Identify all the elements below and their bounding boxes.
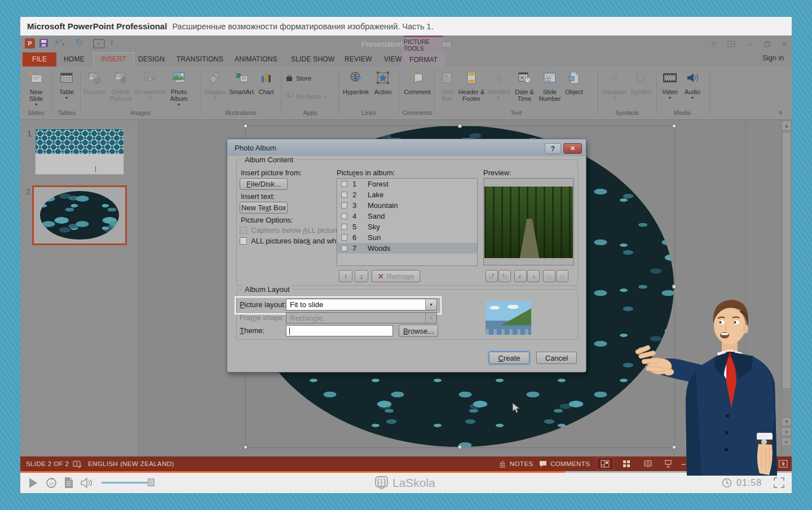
smartart-button[interactable]: SmartArt xyxy=(227,68,256,95)
slide2-number: 2 xyxy=(26,187,30,196)
hyperlink-button[interactable]: Hyperlink xyxy=(341,68,371,95)
volume-slider-thumb[interactable] xyxy=(148,478,155,486)
next-slide-button[interactable]: » xyxy=(782,437,792,446)
svg-text:10: 10 xyxy=(49,481,54,486)
handle-bottom-center[interactable] xyxy=(458,445,462,449)
file-disk-button[interactable]: File/Disk... xyxy=(240,178,288,190)
slide2-thumbnail[interactable] xyxy=(32,185,127,245)
handle-top-left[interactable] xyxy=(244,124,248,128)
slide-number-button[interactable]: # Slide Number xyxy=(537,68,563,102)
dialog-title-bar[interactable]: Photo Album xyxy=(227,139,586,156)
picture-layout-combo[interactable]: Fit to slide ▼ xyxy=(286,299,437,311)
rotate-right-button: ↻ xyxy=(498,270,511,282)
rewind-10-button[interactable]: 10 xyxy=(45,477,58,491)
brightness-up-icon: ☼ xyxy=(546,272,553,281)
store-button[interactable]: Store xyxy=(285,72,335,85)
item-checkbox[interactable] xyxy=(341,192,347,198)
list-item[interactable]: 6Sun xyxy=(337,232,477,243)
lecture-notes-button[interactable] xyxy=(64,477,73,491)
slide1-thumbnail[interactable] xyxy=(35,128,124,175)
item-checkbox[interactable] xyxy=(341,234,347,241)
collapse-ribbon-icon[interactable]: ∧ xyxy=(778,109,783,116)
combo-arrow-icon[interactable]: ▼ xyxy=(425,299,436,310)
item-checkbox[interactable] xyxy=(341,202,347,209)
double-chevron-up-icon: » xyxy=(784,430,790,433)
object-button[interactable]: Object xyxy=(563,68,585,95)
item-checkbox[interactable] xyxy=(341,224,347,230)
pictures-listbox[interactable]: 1Forest 2Lake 3Mountain 4Sand 5Sky 6Sun … xyxy=(337,178,478,266)
handle-top-right[interactable] xyxy=(672,124,676,128)
sign-in-link[interactable]: Sign in xyxy=(762,54,784,62)
fullscreen-button[interactable] xyxy=(774,477,784,490)
brightness-down-button: ☼ xyxy=(556,270,568,282)
table-button[interactable]: Table xyxy=(55,68,78,100)
tab-transitions[interactable]: TRANSITIONS xyxy=(169,52,231,66)
list-item[interactable]: 4Sand xyxy=(337,211,477,221)
theme-input[interactable] xyxy=(286,325,393,336)
minimize-icon[interactable]: – xyxy=(742,38,757,50)
ribbon-group-symbols: π Equation Ω Symbol Symbols xyxy=(600,68,654,118)
tab-file[interactable]: FILE xyxy=(23,52,56,66)
comment-button[interactable]: Comment xyxy=(401,68,434,95)
item-checkbox[interactable] xyxy=(341,213,347,219)
comments-button[interactable]: COMMENTS xyxy=(539,456,590,471)
comment-icon xyxy=(410,69,425,87)
dialog-close-button[interactable]: ✕ xyxy=(563,143,582,154)
notes-button[interactable]: NOTES xyxy=(498,456,533,471)
contrast-up-button: ◐ xyxy=(514,270,527,282)
video-button[interactable]: Video xyxy=(659,68,681,100)
handle-bottom-left[interactable] xyxy=(244,445,248,449)
action-button[interactable]: Action xyxy=(371,68,395,95)
handle-mid-right[interactable] xyxy=(672,285,676,289)
tab-view[interactable]: VIEW xyxy=(377,52,409,66)
contrast-down-icon: ◑ xyxy=(531,272,536,281)
previous-slide-button[interactable]: » xyxy=(782,427,792,436)
dialog-help-button[interactable]: ? xyxy=(545,143,561,154)
close-icon[interactable]: ✕ xyxy=(777,38,792,50)
list-item[interactable]: 5Sky xyxy=(337,221,477,232)
language-indicator[interactable]: ENGLISH (NEW ZEALAND) xyxy=(88,456,174,471)
tab-review[interactable]: REVIEW xyxy=(337,52,379,66)
list-item[interactable]: 3Mountain xyxy=(337,200,477,211)
restore-icon[interactable] xyxy=(760,38,775,50)
item-checkbox[interactable] xyxy=(341,181,347,187)
audio-button[interactable]: Audio xyxy=(681,68,704,100)
browse-button[interactable]: Browse... xyxy=(399,325,438,337)
cancel-button[interactable]: Cancel xyxy=(536,352,577,364)
svg-text:A: A xyxy=(444,73,448,78)
tab-slide-show[interactable]: SLIDE SHOW xyxy=(284,52,342,66)
scroll-down-button[interactable]: ▼ xyxy=(782,417,792,426)
new-slide-button[interactable]: New Slide xyxy=(23,68,50,107)
list-item[interactable]: 2Lake xyxy=(337,189,477,200)
tab-insert[interactable]: INSERT xyxy=(93,52,134,66)
volume-button[interactable] xyxy=(80,477,94,491)
ribbon-display-options-icon[interactable] xyxy=(724,38,739,50)
handle-top-center[interactable] xyxy=(458,124,462,128)
scrollbar-thumb[interactable] xyxy=(782,132,791,389)
move-down-button[interactable]: ↓ xyxy=(355,270,368,282)
spellcheck-icon[interactable] xyxy=(72,456,82,471)
normal-view-button[interactable] xyxy=(597,458,614,470)
volume-slider-track[interactable] xyxy=(102,482,151,484)
tab-design[interactable]: DESIGN xyxy=(131,52,172,66)
date-time-button[interactable]: Date & Time xyxy=(512,68,537,102)
item-checkbox[interactable] xyxy=(341,245,347,251)
help-icon[interactable]: ? xyxy=(706,38,721,50)
photo-album-button[interactable]: Photo Album xyxy=(165,68,193,107)
header-footer-button[interactable]: Header & Footer xyxy=(458,68,485,102)
wordart-icon: A xyxy=(492,69,505,87)
new-text-box-button[interactable]: New Text Box xyxy=(240,202,288,214)
black-white-checkbox[interactable] xyxy=(240,237,247,245)
tab-home[interactable]: HOME xyxy=(56,52,92,66)
slide-indicator[interactable]: SLIDE 2 OF 2 xyxy=(26,456,69,471)
chart-button[interactable]: Chart xyxy=(256,68,276,95)
list-item-selected[interactable]: 7Woods xyxy=(337,243,477,254)
play-button[interactable] xyxy=(29,478,37,488)
scroll-up-button[interactable]: ▲ xyxy=(782,121,792,131)
move-up-button[interactable]: ↑ xyxy=(339,270,352,282)
create-button[interactable]: Create xyxy=(489,352,529,364)
dialog-title: Photo Album xyxy=(235,144,276,152)
tab-animations[interactable]: ANIMATIONS xyxy=(227,52,285,66)
list-item[interactable]: 1Forest xyxy=(337,179,477,189)
tutorial-video-frame: Microsoft PowerPoint Professional Расшир… xyxy=(0,0,812,510)
